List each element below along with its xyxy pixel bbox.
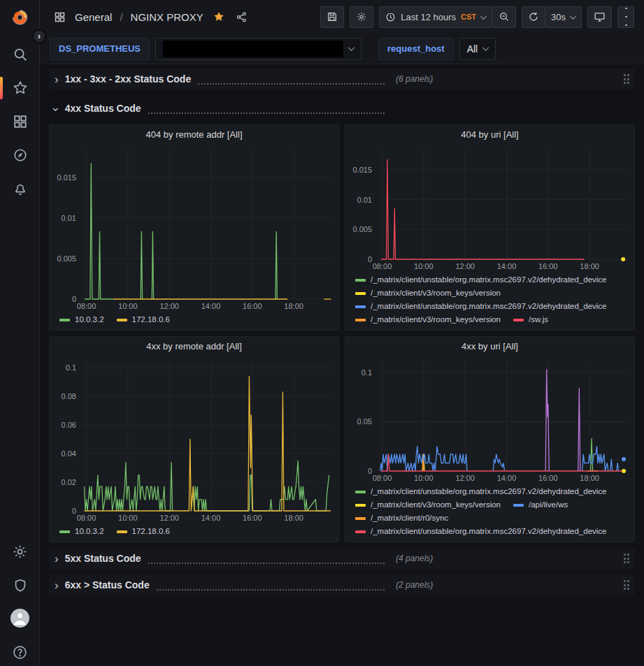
legend-label: /_matrix/client/unstable/org.matrix.msc2…: [371, 485, 607, 498]
panel-title[interactable]: 404 by remote addr [All]: [50, 125, 338, 143]
variable-select-ds-prometheus[interactable]: [155, 38, 362, 60]
search-icon[interactable]: [10, 45, 29, 64]
legend-item[interactable]: /_matrix/client/v3/room_keys/version: [355, 287, 501, 300]
row-title[interactable]: 1xx - 3xx - 2xx Status Code: [65, 73, 192, 85]
legend-label: /_matrix/client/r0/sync: [371, 512, 448, 525]
dashboard-settings-button[interactable]: [350, 6, 373, 28]
row-header-4xx[interactable]: › 4xx Status Code: [49, 98, 635, 119]
legend-label: /_matrix/client/v3/room_keys/version: [371, 287, 501, 300]
series-line: [578, 389, 580, 472]
sidebar-expand-icon[interactable]: ›: [31, 29, 47, 44]
x-tick-label: 18:00: [284, 514, 303, 522]
row-header-1xx-3xx-2xx[interactable]: › 1xx - 3xx - 2xx Status Code (6 panels): [49, 68, 635, 89]
refresh-interval-select[interactable]: 30s: [545, 6, 582, 28]
breadcrumb-separator: /: [120, 11, 122, 23]
x-tick-label: 14:00: [201, 302, 221, 310]
legend-item[interactable]: /_matrix/client/r0/sync: [355, 512, 448, 525]
dashboards-icon[interactable]: [10, 112, 29, 131]
tv-mode-button[interactable]: [587, 6, 612, 28]
legend-item[interactable]: /api/live/ws: [513, 498, 568, 512]
panel-title[interactable]: 4xx by uri [All]: [345, 337, 634, 355]
row-drag-handle[interactable]: [624, 553, 630, 563]
admin-shield-icon[interactable]: [10, 576, 29, 595]
time-range-label: Last 12 hours: [401, 12, 456, 22]
y-tick-label: 0: [368, 467, 372, 475]
legend-swatch: [355, 279, 366, 282]
settings-gear-icon[interactable]: [10, 542, 29, 561]
legend-item[interactable]: 172.18.0.6: [117, 525, 170, 538]
panel-legend: /_matrix/client/unstable/org.matrix.msc2…: [345, 273, 634, 330]
legend-item[interactable]: 10.0.3.2: [59, 313, 104, 326]
breadcrumb-section[interactable]: General: [75, 11, 112, 23]
y-tick-label: 0: [368, 255, 372, 263]
x-tick-label: 12:00: [159, 302, 179, 310]
help-icon[interactable]: [10, 643, 29, 662]
dashboard-header: General / NGINX PROXY: [40, 0, 644, 34]
row-header-6xx[interactable]: › 6xx > Status Code (2 panels): [49, 574, 635, 595]
row-drag-handle[interactable]: [624, 580, 630, 590]
y-tick-label: 0: [72, 507, 76, 515]
dotted-leader: [148, 113, 385, 114]
legend-label: /api/live/ws: [529, 498, 568, 512]
starred-icon[interactable]: [10, 78, 29, 97]
time-series-plot[interactable]: 00.0050.010.01508:0010:0012:0014:0016:00…: [50, 143, 338, 312]
chevron-down-icon: [482, 44, 489, 51]
breadcrumb-title[interactable]: NGINX PROXY: [131, 11, 203, 23]
panel-title[interactable]: 4xx by remote addr [All]: [50, 337, 338, 355]
time-series-plot[interactable]: 00.0050.010.01508:0010:0012:0014:0016:00…: [345, 143, 634, 273]
row-header-5xx[interactable]: › 5xx Status Code (4 panels): [49, 548, 635, 569]
star-favorite-icon[interactable]: [213, 10, 225, 23]
alerting-bell-icon[interactable]: [10, 179, 29, 198]
row-drag-handle[interactable]: [624, 74, 630, 84]
legend-item[interactable]: /_matrix/client/unstable/org.matrix.msc2…: [355, 485, 607, 498]
share-icon[interactable]: [236, 11, 248, 23]
x-tick-label: 12:00: [455, 262, 475, 270]
dotted-leader: [148, 563, 385, 564]
clock-icon: [385, 12, 396, 22]
explore-compass-icon[interactable]: [10, 145, 29, 164]
x-tick-label: 08:00: [77, 302, 96, 310]
x-tick-label: 18:00: [284, 302, 303, 310]
series-line: [381, 159, 585, 259]
timezone-label: CST: [461, 13, 476, 21]
variable-label-request-host[interactable]: request_host: [378, 38, 454, 60]
variable-label-ds-prometheus[interactable]: DS_PROMETHEUS: [50, 38, 150, 60]
refresh-interval-label: 30s: [551, 12, 566, 22]
y-tick-label: 0.01: [62, 214, 76, 222]
time-range-picker[interactable]: Last 12 hours CST: [379, 6, 492, 28]
time-series-plot[interactable]: 00.050.108:0010:0012:0014:0016:0018:00: [345, 355, 634, 484]
row-title[interactable]: 4xx Status Code: [65, 103, 141, 114]
series-line: [191, 461, 329, 511]
series-line: [276, 232, 277, 300]
chart-svg: 00.0050.010.01508:0010:0012:0014:0016:00…: [50, 143, 338, 312]
zoom-out-button[interactable]: [492, 6, 516, 28]
legend-label: 172.18.0.6: [132, 313, 170, 326]
legend-item[interactable]: /_matrix/client/unstable/org.matrix.msc2…: [355, 525, 607, 538]
legend-item[interactable]: /_matrix/client/unstable/org.matrix.msc2…: [355, 273, 607, 287]
panel-title[interactable]: 404 by uri [All]: [345, 125, 634, 143]
series-point: [621, 257, 625, 261]
legend-label: /_matrix/client/unstable/org.matrix.msc2…: [371, 300, 607, 313]
legend-item[interactable]: 172.18.0.6: [117, 313, 170, 326]
panel-legend: 10.0.3.2172.18.0.6: [50, 312, 338, 330]
variable-select-request-host[interactable]: All: [459, 38, 496, 60]
time-series-plot[interactable]: 00.020.040.060.080.108:0010:0012:0014:00…: [50, 355, 338, 524]
chevron-down-icon: [570, 13, 577, 20]
legend-item[interactable]: /_matrix/client/v3/room_keys/version: [355, 313, 501, 326]
series-line: [141, 232, 142, 300]
legend-item[interactable]: /sw.js: [513, 313, 548, 326]
row-title[interactable]: 6xx > Status Code: [65, 579, 150, 591]
x-tick-label: 14:00: [497, 262, 517, 270]
save-dashboard-button[interactable]: [320, 6, 344, 28]
legend-item[interactable]: 10.0.3.2: [59, 525, 104, 538]
main-area: General / NGINX PROXY: [40, 0, 644, 666]
x-tick-label: 08:00: [373, 474, 392, 482]
user-avatar[interactable]: [10, 609, 29, 628]
legend-item[interactable]: /_matrix/client/v3/room_keys/version: [355, 498, 501, 512]
more-options-kebab-icon[interactable]: [617, 6, 634, 28]
row-title[interactable]: 5xx Status Code: [65, 553, 141, 564]
legend-item[interactable]: /_matrix/client/unstable/org.matrix.msc2…: [355, 300, 607, 313]
grafana-logo[interactable]: [10, 8, 29, 27]
series-line: [591, 438, 593, 471]
refresh-button[interactable]: [522, 6, 545, 28]
